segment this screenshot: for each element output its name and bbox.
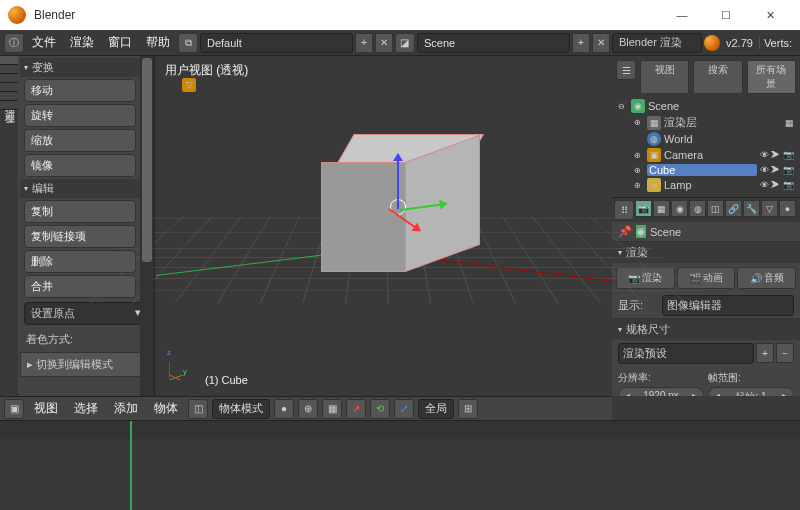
layout-add-button[interactable]: + [355, 33, 373, 53]
tooltab-tools[interactable]: 工具 [0, 56, 18, 65]
timeline-editor[interactable] [0, 420, 800, 510]
ptab-scene[interactable]: ◉ [671, 200, 688, 217]
vpmenu-select[interactable]: 选择 [68, 398, 104, 419]
scene-icon: ◉ [631, 99, 645, 113]
layers-widget[interactable]: ▦ [322, 399, 342, 419]
mini-axis-icon: z y [165, 352, 195, 382]
tooltab-anim[interactable]: 动画 [0, 83, 18, 92]
outliner-row-world[interactable]: ◍World [618, 131, 794, 147]
translate-button[interactable]: 移动 [24, 79, 136, 102]
preset-add-button[interactable]: + [756, 343, 774, 363]
tooltab-greasepencil[interactable]: 整理 [0, 101, 18, 110]
ptab-data[interactable]: ▽ [761, 200, 778, 217]
manipulator-rotate-icon[interactable]: ⟲ [370, 399, 390, 419]
rotate-button[interactable]: 旋转 [24, 104, 136, 127]
menu-window[interactable]: 窗口 [102, 32, 138, 53]
world-icon: ◍ [647, 132, 661, 146]
viewport-3d[interactable]: 用户视图 (透视) z y (1) Cube [155, 56, 612, 396]
mode-select[interactable]: 物体模式 [212, 399, 270, 419]
layout-field[interactable]: Default [200, 33, 353, 53]
outliner-row-camera[interactable]: ⊕▣Camera👁 ⮞ 📷 [618, 147, 794, 163]
version-label: v2.79 [722, 37, 757, 49]
manipulator-translate-icon[interactable]: ↗ [346, 399, 366, 419]
minimize-button[interactable]: — [660, 0, 704, 30]
set-origin-dropdown[interactable]: 设置原点▾ [24, 302, 148, 325]
tooltab-create[interactable]: 创建 [0, 65, 18, 74]
outliner-row-renderlayers[interactable]: ⊕▦渲染层▦ [618, 114, 794, 131]
res-x-field[interactable]: ◂1920 px▸ [618, 387, 704, 396]
outliner-tab-allscenes[interactable]: 所有场景 [747, 60, 796, 94]
viewport-editor-icon[interactable]: ▣ [4, 399, 24, 419]
outliner-scene-row[interactable]: ⊖◉Scene [618, 98, 794, 114]
outliner-editor-icon[interactable]: ☰ [616, 60, 636, 80]
pivot-icon[interactable]: ⊕ [298, 399, 318, 419]
vpmenu-add[interactable]: 添加 [108, 398, 144, 419]
render-engine-select[interactable]: Blender 渲染 [612, 33, 702, 53]
orientation-select[interactable]: 全局 [418, 399, 454, 419]
outliner-tab-search[interactable]: 搜索 [693, 60, 742, 94]
menu-file[interactable]: 文件 [26, 32, 62, 53]
cube-object[interactable] [337, 134, 477, 274]
mode-icon[interactable]: ◫ [188, 399, 208, 419]
edit-header[interactable]: 编辑 [20, 179, 152, 198]
duplicate-button[interactable]: 复制 [24, 200, 136, 223]
scene-browse-icon[interactable]: ◪ [395, 33, 415, 53]
mesh-icon: ▽ [182, 78, 196, 92]
editor-type-icon[interactable]: ⓘ [4, 33, 24, 53]
tool-panel: 变换 移动 旋转 缩放 镜像 编辑 复制 复制链接项 删除 合并 设置原点▾ 着… [18, 56, 154, 396]
framerange-label: 帧范围: [708, 369, 794, 387]
scene-remove-button[interactable]: ✕ [592, 33, 610, 53]
ptab-modifiers[interactable]: 🔧 [743, 200, 760, 217]
manipulator-scale-icon[interactable]: ⤢ [394, 399, 414, 419]
gizmo-z-arrow[interactable] [397, 154, 399, 209]
switch-editmode-button[interactable]: ▸ 切换到编辑模式 [20, 352, 152, 377]
mirror-button[interactable]: 镜像 [24, 154, 136, 177]
shading-solid-icon[interactable]: ● [274, 399, 294, 419]
props-editor-icon[interactable]: ⠿ [614, 200, 634, 220]
frame-start-field[interactable]: ◂起始: 1▸ [708, 387, 794, 396]
toolshelf-scrollbar[interactable] [140, 56, 154, 396]
ptab-world[interactable]: ◍ [689, 200, 706, 217]
scene-add-button[interactable]: + [572, 33, 590, 53]
scene-field[interactable]: Scene [417, 33, 570, 53]
menu-help[interactable]: 帮助 [140, 32, 176, 53]
scale-button[interactable]: 缩放 [24, 129, 136, 152]
viewport-header: ▣ 视图 选择 添加 物体 ◫ 物体模式 ● ⊕ ▦ ↗ ⟲ ⤢ 全局 ⊞ [0, 396, 612, 420]
snap-icon[interactable]: ⊞ [458, 399, 478, 419]
vpmenu-view[interactable]: 视图 [28, 398, 64, 419]
window-title: Blender [34, 8, 660, 22]
ptab-constraints[interactable]: 🔗 [725, 200, 742, 217]
resolution-label: 分辨率: [618, 369, 704, 387]
cube-face-front [321, 162, 406, 272]
outliner-row-lamp[interactable]: ⊕☼Lamp👁 ⮞ 📷 [618, 177, 794, 193]
ptab-object[interactable]: ◫ [707, 200, 724, 217]
preset-remove-button[interactable]: − [776, 343, 794, 363]
menu-render[interactable]: 渲染 [64, 32, 100, 53]
outliner-row-cube[interactable]: ⊕▽Cube👁 ⮞ 📷 [618, 163, 794, 177]
dimensions-section-header[interactable]: 规格尺寸 [612, 319, 800, 340]
tooltab-relations[interactable]: 关系 [0, 74, 18, 83]
layout-browse-icon[interactable]: ⧉ [178, 33, 198, 53]
transform-header[interactable]: 变换 [20, 58, 152, 77]
active-object-label: (1) Cube [205, 374, 248, 386]
layout-remove-button[interactable]: ✕ [375, 33, 393, 53]
right-panel: ☰ 视图 搜索 所有场景 ⊖◉Scene ⊕▦渲染层▦ ◍World ⊕▣Cam… [612, 56, 800, 396]
timeline-ruler[interactable] [0, 421, 800, 439]
vpmenu-object[interactable]: 物体 [148, 398, 184, 419]
outliner-tab-view[interactable]: 视图 [640, 60, 689, 94]
close-button[interactable]: ✕ [748, 0, 792, 30]
timeline-playhead[interactable] [130, 421, 132, 510]
blender-icon [704, 35, 720, 51]
tooltab-physics[interactable]: 物理 [0, 92, 18, 101]
toolshelf-tabs: 工具 创建 关系 动画 物理 整理 [0, 56, 18, 396]
ptab-renderlayers[interactable]: ▦ [653, 200, 670, 217]
outliner-tree: ⊖◉Scene ⊕▦渲染层▦ ◍World ⊕▣Camera👁 ⮞ 📷 ⊕▽Cu… [614, 96, 798, 195]
maximize-button[interactable]: ☐ [704, 0, 748, 30]
ptab-render[interactable]: 📷 [635, 200, 652, 217]
layers-icon: ▦ [647, 116, 661, 130]
ptab-material[interactable]: ● [779, 200, 796, 217]
viewport-canvas[interactable]: z y (1) Cube [155, 56, 612, 396]
audio-button[interactable]: 🔊音频 [737, 267, 796, 289]
render-preset-select[interactable]: 渲染预设 [618, 343, 754, 364]
shading-label: 着色方式: [20, 329, 152, 350]
